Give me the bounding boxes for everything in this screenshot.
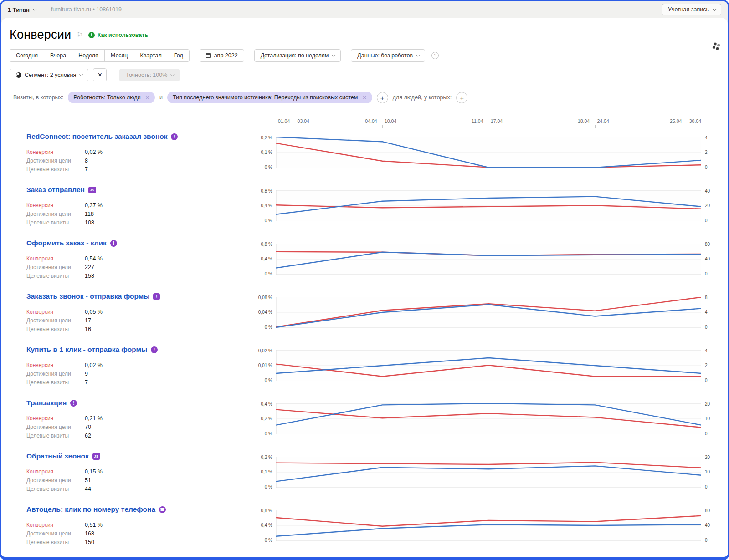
- data-mode-label: Данные: без роботов: [357, 52, 413, 59]
- close-icon[interactable]: ✕: [145, 95, 149, 101]
- add-people-condition-button[interactable]: +: [456, 92, 467, 103]
- conversion-value: 0,05 %: [85, 309, 103, 315]
- bookmark-icon[interactable]: ⚐: [77, 31, 82, 39]
- conversion-label: Конверсия: [26, 255, 85, 262]
- period-year-button[interactable]: Год: [168, 49, 190, 62]
- goal-chart-plot[interactable]: [276, 457, 701, 488]
- date-range-label: апр 2022: [214, 52, 238, 59]
- goals-list: RedConnect: посетитель заказал звонок ! …: [1, 128, 728, 554]
- period-week-button[interactable]: Неделя: [72, 49, 104, 62]
- add-visit-condition-button[interactable]: +: [377, 92, 388, 103]
- detalization-dropdown[interactable]: Детализация: по неделям: [254, 49, 341, 62]
- filter-chip-robots-label: Роботность: Только люди: [73, 94, 140, 101]
- goal-chart-plot[interactable]: [276, 297, 701, 328]
- for-people-label: для людей, у которых:: [393, 94, 452, 101]
- counter-selector[interactable]: 1 Титан: [8, 6, 36, 13]
- axis-tick: [489, 125, 489, 128]
- visits-in-which-label: Визиты, в которых:: [13, 94, 63, 101]
- goal-title-link[interactable]: Оформить заказ - клик: [26, 239, 107, 247]
- goal-title-link[interactable]: Автоцель: клик по номеру телефона: [26, 505, 155, 514]
- date-range-label: 18.04 — 24.04: [578, 118, 609, 124]
- target-visits-label: Целевые визиты: [26, 539, 85, 545]
- goal-chart-plot[interactable]: [276, 190, 701, 221]
- chart-right-axis: 20 10 0: [701, 403, 728, 434]
- segment-pie-icon: [16, 72, 21, 78]
- chart-left-axis: 0,8 % 0,4 % 0 %: [250, 244, 276, 275]
- goal-summary: Транзакция ! Конверсия 0,21 % Достижения…: [1, 394, 250, 448]
- goal-row: Обратный звонок JS Конверсия 0,15 % Дост…: [1, 448, 728, 501]
- goal-chart-plot[interactable]: [276, 350, 701, 381]
- axis-tick: [277, 125, 277, 128]
- goal-summary: Оформить заказ - клик ! Конверсия 0,54 %…: [1, 234, 250, 288]
- detalization-label: Детализация: по неделям: [261, 52, 329, 59]
- chart-left-axis: 0,08 % 0,04 % 0 %: [250, 297, 276, 328]
- target-visits-label: Целевые визиты: [26, 326, 85, 332]
- conversion-value: 0,51 %: [85, 522, 103, 528]
- account-button[interactable]: Учетная запись: [662, 4, 721, 15]
- goal-reaches-label: Достижения цели: [26, 424, 85, 430]
- how-to-use-link[interactable]: i Как использовать: [88, 32, 148, 38]
- segment-toolbar: Сегмент: 2 условия ✕ Точность: 100%: [10, 68, 719, 81]
- goal-reaches-value: 8: [85, 158, 88, 164]
- goal-type-icon: ☎: [159, 506, 166, 513]
- period-yesterday-button[interactable]: Вчера: [44, 49, 72, 62]
- target-visits-label: Целевые визиты: [26, 273, 85, 279]
- goal-type-icon: !: [171, 133, 178, 140]
- goal-reaches-value: 168: [85, 530, 94, 537]
- goal-title-link[interactable]: Обратный звонок: [26, 452, 89, 460]
- period-month-button[interactable]: Месяц: [104, 49, 134, 62]
- calendar-icon: [206, 53, 211, 58]
- goal-reaches-value: 51: [85, 477, 91, 484]
- goal-chart-plot[interactable]: [276, 137, 701, 168]
- data-mode-dropdown[interactable]: Данные: без роботов: [351, 49, 425, 62]
- goal-reaches-label: Достижения цели: [26, 371, 85, 377]
- accuracy-dropdown[interactable]: Точность: 100%: [119, 69, 180, 81]
- goal-chart-plot[interactable]: [276, 244, 701, 275]
- segment-dropdown[interactable]: Сегмент: 2 условия: [10, 69, 88, 81]
- chart-right-axis: 80 40 0: [701, 244, 728, 275]
- goal-title-link[interactable]: Купить в 1 клик - отправка формы: [26, 346, 147, 354]
- conversion-label: Конверсия: [26, 309, 85, 315]
- period-quarter-button[interactable]: Квартал: [134, 49, 168, 62]
- goal-chart-plot[interactable]: [276, 510, 701, 541]
- conversion-label: Конверсия: [26, 522, 85, 528]
- goal-chart-plot[interactable]: [276, 403, 701, 434]
- goal-title-link[interactable]: Транзакция: [26, 399, 67, 407]
- goal-row: Оформить заказ - клик ! Конверсия 0,54 %…: [1, 234, 728, 288]
- help-question-icon[interactable]: ?: [431, 52, 439, 59]
- conversion-label: Конверсия: [26, 202, 85, 209]
- period-toolbar: Сегодня Вчера Неделя Месяц Квартал Год а…: [10, 49, 719, 62]
- goal-row: Купить в 1 клик - отправка формы ! Конве…: [1, 341, 728, 394]
- filter-chip-source[interactable]: Тип последнего значимого источника: Пере…: [167, 92, 372, 103]
- goal-reaches-label: Достижения цели: [26, 477, 85, 484]
- target-visits-value: 62: [85, 433, 91, 439]
- main-content: Конверсии ⚐ i Как использовать Сегодня В…: [1, 18, 728, 558]
- chart-right-axis: 8 4 0: [701, 297, 728, 328]
- conversion-value: 0,54 %: [85, 255, 103, 262]
- chevron-down-icon: [713, 7, 716, 10]
- filter-chip-robots[interactable]: Роботность: Только люди ✕: [68, 92, 155, 103]
- target-visits-value: 108: [85, 219, 94, 226]
- goal-summary: Обратный звонок JS Конверсия 0,15 % Дост…: [1, 448, 250, 501]
- date-range-label: 25.04 — 30.04: [670, 118, 701, 124]
- goal-summary: RedConnect: посетитель заказал звонок ! …: [1, 128, 250, 181]
- close-icon[interactable]: ✕: [362, 95, 366, 101]
- chart-left-axis: 0,2 % 0,1 % 0 %: [250, 457, 276, 488]
- conversion-value: 0,37 %: [85, 202, 103, 209]
- segment-clear-button[interactable]: ✕: [93, 68, 107, 81]
- goal-reaches-value: 118: [85, 211, 94, 217]
- goal-type-icon: !: [70, 400, 77, 407]
- goal-summary: Купить в 1 клик - отправка формы ! Конве…: [1, 341, 250, 394]
- goal-row: Транзакция ! Конверсия 0,21 % Достижения…: [1, 394, 728, 448]
- goal-title-link[interactable]: Заказ отправлен: [26, 186, 85, 194]
- target-visits-value: 44: [85, 486, 91, 492]
- chart-dates-header: 01.04 — 03.0404.04 — 10.0411.04 — 17.041…: [1, 115, 728, 128]
- goal-title-link[interactable]: Заказать звонок - отправка формы: [26, 292, 149, 300]
- goal-reaches-label: Достижения цели: [26, 158, 85, 164]
- conversion-value: 0,02 %: [85, 149, 103, 155]
- goal-title-link[interactable]: RedConnect: посетитель заказал звонок: [26, 132, 167, 141]
- date-range-button[interactable]: апр 2022: [200, 49, 244, 62]
- period-today-button[interactable]: Сегодня: [10, 49, 44, 62]
- date-range-label: 11.04 — 17.04: [472, 118, 503, 124]
- counter-domain-label: furnitura-titan.ru • 10861019: [51, 6, 122, 13]
